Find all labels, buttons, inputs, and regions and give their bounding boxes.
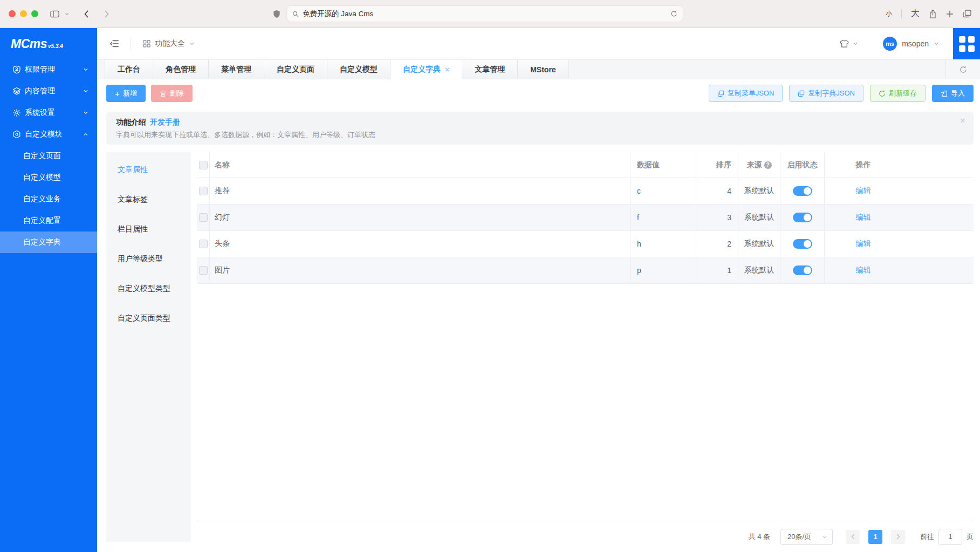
- sidebar-sub-custom-business[interactable]: 自定义业务: [0, 188, 97, 210]
- privacy-shield-icon[interactable]: [273, 10, 280, 18]
- dict-type-custom-page[interactable]: 自定义页面类型: [106, 303, 191, 333]
- prev-page-button[interactable]: [846, 530, 860, 544]
- page-size-select[interactable]: 20条/页: [780, 529, 833, 545]
- dict-type-user-level[interactable]: 用户等级类型: [106, 244, 191, 274]
- sidebar-item-permission[interactable]: 权限管理: [0, 59, 97, 80]
- chevron-down-icon[interactable]: [65, 12, 69, 16]
- row-checkbox[interactable]: [199, 240, 208, 248]
- chevron-down-icon: [83, 67, 88, 72]
- select-all-checkbox[interactable]: [199, 161, 208, 169]
- refresh-tabs-icon[interactable]: [945, 60, 980, 79]
- enable-toggle[interactable]: [793, 186, 812, 196]
- tab-article-management[interactable]: 文章管理: [462, 60, 518, 79]
- screen: 免费开源的 Java Cms 小 大 MCms: [0, 0, 980, 552]
- sidebar-toggle-icon[interactable]: [50, 10, 59, 18]
- forward-icon[interactable]: [104, 10, 110, 18]
- table-row: 推荐 c 4 系统默认 编辑: [197, 178, 974, 205]
- toolbar: + 新增 删除 复制菜单JSON: [106, 85, 974, 102]
- enable-toggle[interactable]: [793, 265, 812, 275]
- dict-type-article-tag[interactable]: 文章标签: [106, 185, 191, 214]
- table-column: 名称 数据值 排序 来源 ? 启用状态 操作: [197, 152, 974, 552]
- tab-custom-dict[interactable]: 自定义字典 ×: [390, 60, 462, 79]
- close-window-button[interactable]: [9, 10, 16, 17]
- enable-toggle[interactable]: [793, 239, 812, 249]
- gear-icon: [12, 108, 21, 117]
- reload-icon[interactable]: [670, 10, 677, 17]
- sidebar-item-content[interactable]: 内容管理: [0, 80, 97, 102]
- tab-menu-management[interactable]: 菜单管理: [209, 60, 264, 79]
- sidebar-sub-custom-page[interactable]: 自定义页面: [0, 145, 97, 167]
- tab-overview-icon[interactable]: [963, 10, 971, 18]
- row-checkbox[interactable]: [199, 187, 208, 195]
- dict-type-article-attr[interactable]: 文章属性: [106, 155, 191, 185]
- address-bar[interactable]: 免费开源的 Java Cms: [286, 5, 683, 22]
- address-text: 免费开源的 Java Cms: [303, 9, 373, 19]
- column-header-order: 排序: [695, 152, 738, 178]
- user-menu[interactable]: ms msopen: [883, 37, 939, 51]
- tab-role-management[interactable]: 角色管理: [153, 60, 209, 79]
- enable-toggle[interactable]: [793, 213, 812, 222]
- back-icon[interactable]: [83, 10, 90, 18]
- cell-order: 3: [695, 205, 738, 230]
- dict-table: 名称 数据值 排序 来源 ? 启用状态 操作: [197, 152, 974, 521]
- sidebar-sub-custom-model[interactable]: 自定义模型: [0, 167, 97, 188]
- feature-nav-dropdown[interactable]: 功能大全: [143, 39, 195, 49]
- info-banner: 功能介绍开发手册 字典可以用来实现下拉或单选、多选数据源，例如：文章属性、用户等…: [106, 112, 974, 145]
- cell-name: 头条: [210, 231, 631, 257]
- plus-icon: +: [115, 90, 120, 98]
- trash-icon: [160, 90, 167, 97]
- main-area: 功能大全 ms: [97, 28, 980, 552]
- tab-workbench[interactable]: 工作台: [105, 60, 153, 79]
- cell-order: 1: [695, 257, 738, 283]
- edit-link[interactable]: 编辑: [856, 265, 871, 275]
- current-page-button[interactable]: 1: [868, 530, 882, 544]
- import-button[interactable]: 导入: [932, 85, 974, 102]
- column-header-source: 来源 ?: [738, 152, 780, 178]
- share-icon[interactable]: [929, 9, 937, 19]
- copy-dict-json-button[interactable]: 复制字典JSON: [789, 85, 864, 102]
- app-logo: MCms v5.3.4: [0, 28, 97, 51]
- goto-page: 前往 页: [920, 529, 974, 545]
- collapse-sidebar-icon[interactable]: [110, 40, 119, 47]
- column-header-action: 操作: [825, 152, 902, 178]
- fullscreen-window-button[interactable]: [31, 10, 38, 17]
- tab-close-icon[interactable]: ×: [445, 66, 449, 73]
- edit-link[interactable]: 编辑: [856, 239, 871, 249]
- column-header-value: 数据值: [631, 152, 695, 178]
- divider: [901, 9, 902, 18]
- sidebar-item-custom-module[interactable]: 自定义模块: [0, 124, 97, 145]
- dev-manual-link[interactable]: 开发手册: [150, 118, 180, 126]
- minimize-window-button[interactable]: [20, 10, 27, 17]
- goto-page-input[interactable]: [938, 529, 962, 545]
- table-row: 图片 p 1 系统默认 编辑: [197, 257, 974, 284]
- banner-close-icon[interactable]: ×: [960, 116, 965, 125]
- question-circle-icon[interactable]: ?: [764, 161, 772, 169]
- banner-title: 功能介绍: [116, 118, 146, 126]
- edit-link[interactable]: 编辑: [856, 186, 871, 196]
- tab-custom-page[interactable]: 自定义页面: [264, 60, 327, 79]
- row-checkbox[interactable]: [199, 266, 208, 275]
- cell-source: 系统默认: [738, 178, 780, 204]
- tab-mstore[interactable]: MStore: [518, 60, 568, 79]
- row-checkbox[interactable]: [199, 213, 208, 222]
- sidebar-sub-custom-dict[interactable]: 自定义字典: [0, 231, 97, 253]
- chevron-down-icon: [853, 41, 858, 46]
- text-larger-button[interactable]: 大: [911, 8, 920, 19]
- next-page-button[interactable]: [891, 530, 905, 544]
- sidebar-sub-custom-config[interactable]: 自定义配置: [0, 210, 97, 231]
- dict-type-column-attr[interactable]: 栏目属性: [106, 214, 191, 244]
- apps-grid-button[interactable]: [953, 28, 980, 59]
- refresh-cache-button[interactable]: 刷新缓存: [870, 85, 926, 102]
- new-tab-icon[interactable]: [946, 10, 954, 18]
- edit-link[interactable]: 编辑: [856, 213, 871, 222]
- add-button[interactable]: + 新增: [106, 85, 146, 102]
- delete-button[interactable]: 删除: [151, 85, 193, 102]
- text-smaller-button[interactable]: 小: [886, 9, 892, 18]
- dict-type-custom-model[interactable]: 自定义模型类型: [106, 274, 191, 303]
- copy-menu-json-button[interactable]: 复制菜单JSON: [709, 85, 783, 102]
- theme-dropdown[interactable]: [840, 39, 858, 48]
- tab-custom-model[interactable]: 自定义模型: [327, 60, 390, 79]
- sidebar-item-system[interactable]: 系统设置: [0, 102, 97, 124]
- cell-name: 图片: [210, 257, 631, 283]
- search-icon: [292, 11, 299, 17]
